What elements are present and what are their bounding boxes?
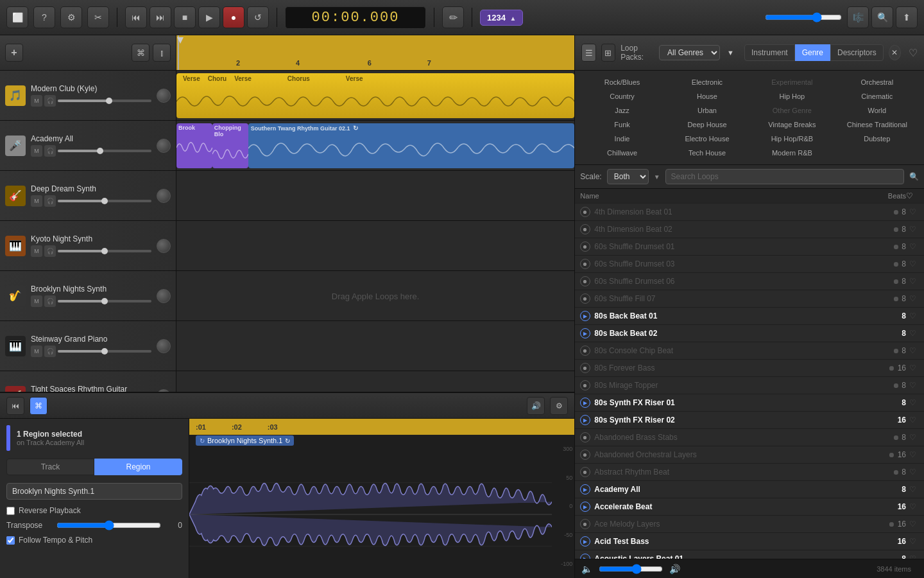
genre-item-hip-hop-r-b[interactable]: Hip Hop/R&B [750,132,834,145]
track-mute-1[interactable]: M [31,95,42,107]
loop-item-1[interactable]: ⏺4th Dimension Beat 02⏺ 8♡ [575,221,924,238]
lb-close-btn[interactable]: ✕ [889,45,901,60]
loop-play-btn-17[interactable]: ▶ [580,502,590,512]
loop-item-17[interactable]: ▶Accelerate Beat16♡ [575,498,924,516]
loop-item-14[interactable]: ⏺Abandoned Orchestral Layers⏺ 16♡ [575,446,924,464]
smart-controls-toggle[interactable]: ⌘ [132,44,150,62]
loop-play-btn-4[interactable]: ⏺ [580,276,590,286]
loop-fav-7[interactable]: ♡ [906,329,919,338]
loop-item-20[interactable]: ▶Acoustic Layers Beat 018♡ [575,550,924,559]
bpm-display[interactable]: 1234 ▲ [480,10,523,26]
genre-item-funk[interactable]: Funk [580,118,663,131]
track-mute-5[interactable]: M [31,295,42,307]
genre-item-house[interactable]: House [665,90,749,103]
pencil-tool-btn[interactable]: ✏ [442,6,464,28]
reverse-playback-checkbox[interactable] [6,507,15,515]
loop-fav-16[interactable]: ♡ [906,485,919,494]
track-content-1[interactable]: Verse Choru Verse Chorus Verse [176,71,574,121]
track-volume-slider-3[interactable] [58,200,151,202]
loop-fav-4[interactable]: ♡ [906,277,919,286]
loop-fav-1[interactable]: ♡ [906,225,919,234]
loop-play-btn-10[interactable]: ⏺ [580,380,590,390]
loop-play-btn-19[interactable]: ▶ [580,536,590,547]
loop-fav-9[interactable]: ♡ [906,363,919,372]
track-headphone-1[interactable]: 🎧 [44,95,56,107]
loop-play-btn-5[interactable]: ⏺ [580,293,590,304]
genre-item-world[interactable]: World [835,104,919,117]
lb-list-view-btn[interactable]: ☰ [581,44,595,62]
loop-fav-18[interactable]: ♡ [906,520,919,529]
region-name-input[interactable]: Brooklyn Nights Synth.1 [6,483,182,500]
tab-track[interactable]: Track [6,459,94,475]
track-headphone-6[interactable]: 🎧 [44,346,56,357]
track-volume-slider-6[interactable] [58,350,151,353]
loop-play-btn-12[interactable]: ▶ [580,415,590,425]
loop-item-12[interactable]: ▶80s Synth FX Riser 0216♡ [575,412,924,429]
track-headphone-2[interactable]: 🎧 [44,145,56,157]
loop-item-7[interactable]: ▶80s Back Beat 028♡ [575,325,924,342]
genre-item-indie[interactable]: Indie [580,132,663,145]
loop-fav-14[interactable]: ♡ [906,450,919,459]
track-knob-3[interactable] [157,189,171,203]
loop-item-4[interactable]: ⏺60s Shuffle Drumset 06⏺ 8♡ [575,273,924,290]
loop-item-15[interactable]: ⏺Abstract Rhythm Beat⏺ 8♡ [575,464,924,481]
loop-fav-11[interactable]: ♡ [906,398,919,407]
lb-tab-instrument[interactable]: Instrument [744,44,795,61]
genre-item-electro-house[interactable]: Electro House [665,132,749,145]
track-volume-slider-4[interactable] [58,250,151,252]
lb-fav-btn[interactable]: ♡ [909,47,918,59]
master-volume-slider[interactable] [765,12,842,22]
loop-fav-5[interactable]: ♡ [906,294,919,303]
loop-fav-20[interactable]: ♡ [906,554,919,559]
region-chopping-blo[interactable]: Chopping Blo [212,123,248,168]
loop-play-btn-13[interactable]: ⏺ [580,432,590,442]
genre-item-electronic[interactable]: Electronic [665,76,749,89]
track-knob-4[interactable] [157,239,171,253]
track-content-2[interactable]: Brook Chopping Blo [176,121,574,171]
loop-item-9[interactable]: ⏺80s Forever Bass⏺ 16♡ [575,360,924,377]
list-editor-btn[interactable]: ⫿ [153,44,171,62]
loop-play-btn-6[interactable]: ▶ [580,311,590,321]
record-btn[interactable]: ● [223,6,244,28]
loop-item-11[interactable]: ▶80s Synth FX Riser 018♡ [575,394,924,412]
loop-play-btn-2[interactable]: ⏺ [580,241,590,252]
loop-fav-0[interactable]: ♡ [906,207,919,216]
play-btn[interactable]: ▶ [198,6,220,28]
loop-play-btn-9[interactable]: ⏺ [580,363,590,373]
loop-play-btn-14[interactable]: ⏺ [580,450,590,460]
transpose-slider[interactable] [56,520,161,530]
loop-item-0[interactable]: ⏺4th Dimension Beat 01⏺ 8♡ [575,204,924,221]
loop-item-5[interactable]: ⏺60s Shuffle Fill 07⏺ 8♡ [575,290,924,308]
loop-play-btn-1[interactable]: ⏺ [580,224,590,234]
bottom-volume-slider[interactable] [599,564,663,574]
genre-item-cinematic[interactable]: Cinematic [835,90,919,103]
search-toolbar-btn[interactable]: 🔍 [871,6,893,28]
region-modern-club[interactable]: Verse Choru Verse Chorus Verse [176,73,574,118]
genre-item-rock-blues[interactable]: Rock/Blues [580,76,663,89]
genre-item-chillwave[interactable]: Chillwave [580,146,663,159]
track-knob-1[interactable] [157,89,171,103]
new-project-btn[interactable]: ⬜ [6,6,28,28]
loop-item-19[interactable]: ▶Acid Test Bass16♡ [575,533,924,550]
stop-btn[interactable]: ■ [174,6,196,28]
smart-controls-btn[interactable]: ⚙ [60,6,82,28]
editor-back-btn[interactable]: ⏮ [6,397,24,415]
genre-item-jazz[interactable]: Jazz [580,104,663,117]
fast-forward-btn[interactable]: ⏭ [150,6,171,28]
genre-item-hip-hop[interactable]: Hip Hop [750,90,834,103]
rewind-btn[interactable]: ⏮ [125,6,147,28]
loop-play-btn-16[interactable]: ▶ [580,484,590,495]
search-icon[interactable]: 🔍 [909,172,919,181]
lb-grid-view-btn[interactable]: ⊞ [601,44,615,62]
cycle-btn[interactable]: ↺ [247,6,269,28]
loop-fav-10[interactable]: ♡ [906,381,919,390]
scissors-btn[interactable]: ✂ [87,6,109,28]
loop-play-btn-3[interactable]: ⏺ [580,259,590,269]
track-volume-slider-5[interactable] [58,300,151,302]
loop-play-btn-15[interactable]: ⏺ [580,467,590,477]
track-volume-slider-1[interactable] [58,100,151,102]
editor-vol-btn[interactable]: 🔊 [527,397,545,415]
loop-play-btn-8[interactable]: ⏺ [580,346,590,356]
share-btn[interactable]: ⬆ [896,6,918,28]
loop-play-btn-0[interactable]: ⏺ [580,207,590,217]
